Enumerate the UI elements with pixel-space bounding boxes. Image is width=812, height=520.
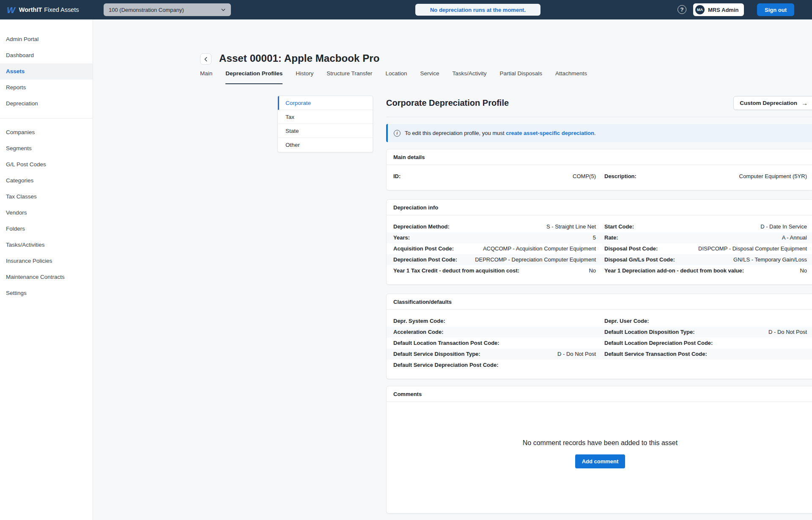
card-title: Depreciation info	[387, 200, 812, 215]
tab-tasks-activity[interactable]: Tasks/Activity	[452, 70, 486, 84]
tab-attachments[interactable]: Attachments	[555, 70, 587, 84]
sidebar-item-insurance-policies[interactable]: Insurance Policies	[0, 253, 93, 269]
field-label: ID:	[393, 171, 401, 182]
detail-cell: Default Location Transaction Post Code:	[393, 338, 596, 349]
section-heading: Corporate Depreciation Profile	[386, 98, 509, 108]
detail-cell: Disposal Post Code:DISPCOMP - Disposal C…	[604, 243, 807, 254]
field-value: DISPCOMP - Disposal Computer Equipment	[658, 243, 807, 254]
asset-tabs: MainDepreciation ProfilesHistoryStructur…	[200, 70, 587, 84]
tab-main[interactable]: Main	[200, 70, 212, 84]
card-body: Depr. System Code:Depr. User Code:Accele…	[387, 310, 812, 379]
detail-cell: Depr. User Code:	[604, 316, 807, 327]
field-value	[443, 327, 596, 338]
field-value: A - Annual	[618, 232, 807, 243]
field-label: Rate:	[604, 232, 618, 243]
profile-nav: CorporateTaxStateOther	[277, 96, 373, 152]
tab-depreciation-profiles[interactable]: Depreciation Profiles	[225, 70, 283, 84]
sidebar-item-g-l-post-codes[interactable]: G/L Post Codes	[0, 157, 93, 173]
custom-depreciation-button[interactable]: Custom Depreciation →	[733, 96, 812, 110]
profile-nav-item-corporate[interactable]: Corporate	[278, 96, 373, 110]
sidebar-item-reports[interactable]: Reports	[0, 80, 93, 96]
comments-card: Comments No comment records have been ad…	[386, 386, 812, 514]
sign-out-button[interactable]: Sign out	[757, 3, 794, 16]
company-selector-value: 100 (Demonstration Company)	[109, 7, 184, 13]
sidebar-item-maintenance-contracts[interactable]: Maintenance Contracts	[0, 269, 93, 285]
user-menu[interactable]: MA MRS Admin	[693, 3, 744, 16]
tab-partial-disposals[interactable]: Partial Disposals	[499, 70, 542, 84]
detail-cell: Start Code:D - Date In Service	[604, 221, 807, 232]
info-banner: i To edit this depreciation profile, you…	[386, 124, 812, 142]
field-value: COMP(5)	[401, 171, 596, 182]
comments-body: No comment records have been added to th…	[387, 402, 812, 513]
card-title: Main details	[387, 149, 812, 165]
app-brand: W WorthITFixed Assets	[0, 6, 93, 14]
sidebar-item-depreciation[interactable]: Depreciation	[0, 96, 93, 112]
detail-cell: Depreciation Post Code:DEPRCOMP - Deprec…	[393, 254, 596, 265]
create-asset-specific-depreciation-link[interactable]: create asset-specific depreciation	[506, 130, 594, 136]
info-icon: i	[394, 130, 401, 137]
chevron-down-icon	[221, 7, 226, 12]
sidebar-item-tax-classes[interactable]: Tax Classes	[0, 189, 93, 205]
sidebar-item-dashboard[interactable]: Dashboard	[0, 47, 93, 63]
profile-nav-item-tax[interactable]: Tax	[278, 110, 373, 124]
sidebar-item-vendors[interactable]: Vendors	[0, 205, 93, 221]
detail-cell: Acceleration Code:	[393, 327, 596, 338]
app-title: WorthITFixed Assets	[19, 6, 79, 13]
field-value: Computer Equipment (5YR)	[636, 171, 807, 182]
field-value	[499, 360, 596, 371]
card-depreciation-info: Depreciation infoDepreciation Method:S -…	[386, 199, 812, 285]
field-value: 5	[410, 232, 596, 243]
add-comment-button[interactable]: Add comment	[575, 454, 625, 468]
field-label: Default Service Disposition Type:	[393, 349, 480, 360]
sidebar: Admin PortalDashboardAssetsReportsDeprec…	[0, 19, 93, 520]
tab-structure-transfer[interactable]: Structure Transfer	[326, 70, 372, 84]
detail-cell: Default Service Depreciation Post Code:	[393, 360, 596, 371]
company-selector-dropdown[interactable]: 100 (Demonstration Company)	[104, 3, 231, 16]
field-value	[499, 338, 596, 349]
avatar: MA	[695, 5, 705, 14]
field-value: D - Date In Service	[634, 221, 807, 232]
user-name: MRS Admin	[708, 7, 738, 13]
field-label: Acceleration Code:	[393, 327, 443, 338]
detail-cell: Year 1 Tax Credit - deduct from acquisit…	[393, 265, 596, 276]
field-value	[707, 349, 807, 360]
field-label: Depreciation Method:	[393, 221, 450, 232]
field-value	[445, 316, 596, 327]
sidebar-item-assets[interactable]: Assets	[0, 63, 93, 80]
sidebar-item-tasks-activities[interactable]: Tasks/Activities	[0, 237, 93, 253]
field-value: D - Do Not Post	[695, 327, 807, 338]
profile-nav-item-other[interactable]: Other	[278, 138, 373, 152]
field-label: Year 1 Depreciation add-on - deduct from…	[604, 265, 744, 276]
card-main-details: Main detailsID:COMP(5)Description:Comput…	[386, 149, 812, 190]
arrow-right-icon: →	[801, 100, 808, 106]
detail-cell: Acquisition Post Code:ACQCOMP - Acquisit…	[393, 243, 596, 254]
back-button[interactable]	[200, 53, 211, 65]
field-label: Disposal Post Code:	[604, 243, 658, 254]
sidebar-item-settings[interactable]: Settings	[0, 285, 93, 301]
detail-row: Year 1 Tax Credit - deduct from acquisit…	[387, 265, 812, 276]
sidebar-item-categories[interactable]: Categories	[0, 173, 93, 189]
field-label: Depr. System Code:	[393, 316, 445, 327]
help-icon[interactable]: ?	[678, 5, 686, 14]
sidebar-item-admin-portal[interactable]: Admin Portal	[0, 31, 93, 47]
tab-location[interactable]: Location	[385, 70, 407, 84]
sidebar-item-folders[interactable]: Folders	[0, 221, 93, 237]
field-value	[649, 316, 807, 327]
detail-cell: Years:5	[393, 232, 596, 243]
sidebar-item-segments[interactable]: Segments	[0, 140, 93, 157]
tab-history[interactable]: History	[296, 70, 313, 84]
detail-row: Acquisition Post Code:ACQCOMP - Acquisit…	[387, 243, 812, 254]
profile-nav-item-state[interactable]: State	[278, 124, 373, 138]
card-classification-defaults: Classification/defaultsDepr. System Code…	[386, 294, 812, 379]
sidebar-item-companies[interactable]: Companies	[0, 124, 93, 140]
main-area: Asset 00001: Apple Macbook Pro MainDepre…	[93, 19, 812, 520]
detail-sections: Main detailsID:COMP(5)Description:Comput…	[386, 149, 812, 379]
detail-row: Default Service Disposition Type:D - Do …	[387, 349, 812, 360]
detail-cell: Disposal Gn/Ls Post Code:GN/LS - Tempora…	[604, 254, 807, 265]
field-label: Start Code:	[604, 221, 634, 232]
tab-service[interactable]: Service	[420, 70, 439, 84]
banner-text: No depreciation runs at the moment.	[430, 7, 526, 13]
field-value: No	[519, 265, 596, 276]
card-body: Depreciation Method:S - Straight Line Ne…	[387, 215, 812, 284]
field-label: Years:	[393, 232, 410, 243]
